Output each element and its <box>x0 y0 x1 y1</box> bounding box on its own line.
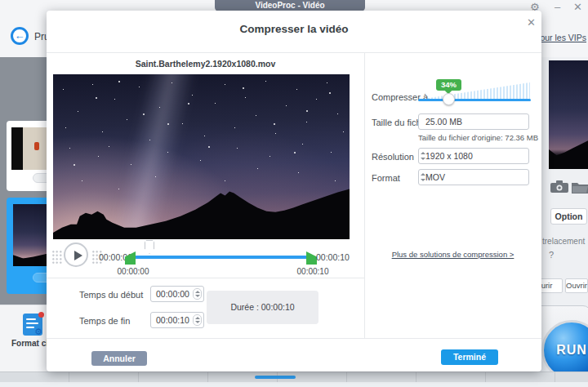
time-stepper[interactable] <box>193 288 202 300</box>
back-arrow-icon: ← <box>15 29 25 42</box>
step-down-icon <box>195 321 200 323</box>
cancel-button[interactable]: Annuler <box>91 351 147 366</box>
footer-divider <box>47 338 541 339</box>
option-button[interactable]: Option <box>550 208 587 225</box>
mountain-silhouette <box>53 74 350 239</box>
play-icon <box>74 251 82 260</box>
chevron-down-icon <box>421 158 425 160</box>
resolution-value: 1920 x 1080 <box>425 151 473 161</box>
notification-dot <box>38 312 44 318</box>
start-time-value: 00:00:00 <box>156 289 189 299</box>
video-filename: Saint.Barthelemy2.1920x1080.mov <box>47 59 364 69</box>
panel-divider <box>364 52 365 338</box>
open-button[interactable]: Ouvrir <box>565 278 588 293</box>
grip-dots <box>51 250 63 264</box>
deinterlace-label: trelacement <box>542 237 585 246</box>
chevron-up-icon <box>421 152 425 154</box>
total-time: 00:00:10 <box>316 252 357 262</box>
compression-badge: 34% <box>436 79 461 91</box>
resolution-label: Résolution <box>372 152 414 162</box>
background-preview-video <box>549 60 588 169</box>
time-stepper[interactable] <box>193 314 202 326</box>
help-question-icon[interactable]: ? <box>549 250 554 260</box>
video-preview[interactable] <box>53 74 350 239</box>
step-up-icon <box>195 317 200 319</box>
format-label: Format <box>372 173 400 183</box>
done-button[interactable]: Terminé <box>441 349 498 365</box>
play-button[interactable] <box>64 242 88 267</box>
step-up-icon <box>195 291 200 293</box>
compression-slider-track[interactable] <box>418 99 531 101</box>
end-time-value: 00:00:10 <box>156 315 189 325</box>
compression-ramp <box>418 82 530 100</box>
minimize-icon[interactable]: – <box>555 1 560 14</box>
end-time-label: Temps de fin <box>79 316 130 326</box>
window-close-icon[interactable]: ✕ <box>573 1 582 14</box>
playhead-marker[interactable] <box>145 240 154 254</box>
vip-link[interactable]: our les VIPs <box>535 33 586 42</box>
section-divider <box>47 278 364 278</box>
original-size-note: Taille du fichier d'origine: 72.36 MB <box>418 133 549 142</box>
timeline-track[interactable] <box>134 256 308 259</box>
format-select[interactable]: MOV <box>418 169 529 185</box>
format-gear-icon: ⚙ <box>34 327 42 337</box>
resolution-select[interactable]: 1920 x 1080 <box>418 148 529 164</box>
more-solutions-link[interactable]: Plus de solutions de compression > <box>364 250 541 259</box>
window-title: VideoProc - Vidéo <box>215 0 365 11</box>
trim-end-time: 00:00:10 <box>288 267 337 276</box>
file-size-input[interactable]: 25.00 MB <box>418 113 529 130</box>
mountain-silhouette <box>549 120 588 169</box>
open-folder-icon[interactable] <box>572 180 588 197</box>
format-value: MOV <box>425 172 445 182</box>
chevron-down-icon <box>421 179 425 181</box>
person-figure <box>34 142 39 150</box>
compression-slider-handle[interactable] <box>443 93 455 105</box>
back-button[interactable]: ← <box>11 27 29 45</box>
file-size-value: 25.00 MB <box>425 117 462 127</box>
chevron-up-icon <box>421 173 425 176</box>
media-sidebar <box>0 57 51 305</box>
snapshot-camera-icon[interactable] <box>550 180 568 197</box>
horizontal-scrollbar[interactable] <box>255 376 296 379</box>
end-time-input[interactable]: 00:00:10 <box>150 312 204 328</box>
start-time-label: Temps du début <box>79 290 143 300</box>
status-strip <box>0 382 588 387</box>
dialog-title: Compresser la vidéo <box>47 23 541 35</box>
trim-start-time: 00:00:00 <box>109 267 158 276</box>
star-field-bright <box>53 74 55 76</box>
compress-dialog: ✕ Compresser la vidéo Saint.Barthelemy2.… <box>47 11 541 371</box>
start-time-input[interactable]: 00:00:00 <box>150 286 204 302</box>
duration-display: Durée : 00:00:10 <box>207 291 318 324</box>
header-divider <box>47 52 541 53</box>
step-down-icon <box>195 295 200 297</box>
